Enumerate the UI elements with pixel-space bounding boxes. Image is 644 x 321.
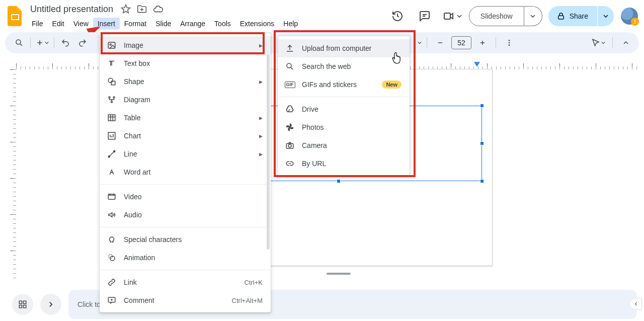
menu-shortcut: Ctrl+K bbox=[245, 279, 263, 286]
share-dropdown[interactable] bbox=[598, 6, 614, 26]
submenu-arrow-icon: ▸ bbox=[259, 150, 263, 158]
shape-icon bbox=[107, 76, 117, 87]
menu-file[interactable]: File bbox=[27, 18, 48, 30]
svg-point-14 bbox=[110, 44, 111, 45]
collapse-toolbar-icon[interactable] bbox=[618, 35, 634, 51]
more-options-icon[interactable] bbox=[501, 35, 517, 51]
insert-diagram[interactable]: Diagram bbox=[100, 91, 271, 109]
svg-point-23 bbox=[114, 150, 115, 152]
chevron-down-icon[interactable] bbox=[418, 41, 422, 45]
svg-point-18 bbox=[113, 97, 115, 98]
menu-arrange[interactable]: Arrange bbox=[176, 18, 210, 30]
slides-logo[interactable] bbox=[5, 6, 25, 26]
svg-point-6 bbox=[509, 40, 510, 41]
menu-shortcut: Ctrl+Alt+M bbox=[232, 297, 263, 304]
insert-from-photos[interactable]: Photos bbox=[278, 118, 410, 136]
insert-shape[interactable]: Shape ▸ bbox=[100, 72, 271, 91]
menu-label: Audio bbox=[124, 211, 263, 219]
svg-rect-13 bbox=[108, 42, 115, 48]
comment-icon bbox=[107, 295, 117, 305]
submenu-arrow-icon: ▸ bbox=[259, 41, 263, 49]
svg-rect-10 bbox=[24, 301, 26, 303]
insert-textbox[interactable]: Text box bbox=[100, 54, 271, 72]
menu-label: Animation bbox=[124, 254, 263, 262]
cloud-status-icon[interactable] bbox=[152, 4, 164, 15]
menu-label: Special characters bbox=[124, 235, 263, 244]
insert-video[interactable]: Video bbox=[100, 188, 271, 206]
svg-point-28 bbox=[287, 63, 291, 68]
insert-line[interactable]: Line ▸ bbox=[100, 145, 271, 163]
submenu-arrow-icon: ▸ bbox=[259, 114, 263, 122]
share-button[interactable]: Share bbox=[548, 6, 597, 26]
filmstrip-next-button[interactable] bbox=[40, 294, 61, 315]
url-icon bbox=[285, 158, 295, 169]
history-icon[interactable] bbox=[388, 7, 407, 25]
share-group: Share bbox=[548, 6, 614, 26]
menu-separator bbox=[100, 270, 271, 270]
redo-button[interactable] bbox=[74, 35, 91, 51]
menu-format[interactable]: Format bbox=[120, 18, 151, 30]
grid-view-button[interactable] bbox=[12, 294, 33, 315]
image-submenu: Upload from computer Search the web GIF … bbox=[278, 36, 410, 176]
chart-icon bbox=[107, 131, 117, 141]
menu-label: Video bbox=[124, 193, 263, 201]
gifs-and-stickers[interactable]: GIF GIFs and stickers New bbox=[278, 75, 410, 94]
slideshow-button[interactable]: Slideshow bbox=[469, 6, 524, 26]
insert-comment[interactable]: Comment Ctrl+Alt+M bbox=[100, 291, 271, 309]
slide-resize-handle[interactable] bbox=[327, 273, 351, 275]
ruler-indent-marker[interactable] bbox=[474, 62, 480, 67]
svg-point-17 bbox=[109, 97, 110, 98]
insert-chart[interactable]: Chart ▸ bbox=[100, 127, 271, 145]
svg-point-22 bbox=[108, 156, 110, 157]
wordart-icon bbox=[107, 167, 117, 177]
undo-button[interactable] bbox=[57, 35, 73, 51]
new-slide-button[interactable] bbox=[34, 35, 51, 51]
insert-from-drive[interactable]: Drive bbox=[278, 100, 410, 118]
svg-point-15 bbox=[108, 78, 113, 83]
insert-by-url[interactable]: By URL bbox=[278, 154, 410, 173]
insert-animation[interactable]: Animation bbox=[100, 249, 271, 267]
menu-tools[interactable]: Tools bbox=[210, 18, 235, 30]
svg-rect-20 bbox=[108, 115, 115, 121]
insert-image[interactable]: Image ▸ bbox=[100, 36, 271, 54]
explore-button[interactable] bbox=[630, 298, 642, 310]
insert-link[interactable]: Link Ctrl+K bbox=[100, 273, 271, 291]
menu-edit[interactable]: Edit bbox=[48, 18, 69, 30]
insert-special-characters[interactable]: Special characters bbox=[100, 230, 271, 249]
pointer-mode-icon[interactable] bbox=[589, 35, 607, 51]
menu-slide[interactable]: Slide bbox=[151, 18, 176, 30]
drive-icon bbox=[285, 104, 295, 114]
comments-icon[interactable] bbox=[416, 7, 434, 25]
menu-label: Table bbox=[124, 114, 252, 122]
insert-table[interactable]: Table ▸ bbox=[100, 109, 271, 127]
menu-label: Link bbox=[124, 278, 237, 286]
menubar: File Edit View Insert Format Slide Arran… bbox=[27, 17, 302, 30]
search-the-web[interactable]: Search the web bbox=[278, 57, 410, 75]
search-menus-icon[interactable] bbox=[11, 35, 27, 51]
upload-from-computer[interactable]: Upload from computer bbox=[278, 39, 410, 57]
search-icon bbox=[285, 61, 295, 71]
move-icon[interactable] bbox=[136, 4, 147, 15]
insert-from-camera[interactable]: Camera bbox=[278, 136, 410, 154]
svg-rect-11 bbox=[19, 305, 22, 308]
meet-button[interactable] bbox=[443, 10, 462, 22]
document-title[interactable]: Untitled presentation bbox=[28, 3, 115, 16]
menu-separator bbox=[100, 227, 271, 227]
menu-label: Photos bbox=[302, 123, 401, 131]
font-size-increase[interactable] bbox=[474, 35, 491, 51]
menu-help[interactable]: Help bbox=[279, 18, 302, 30]
slideshow-dropdown[interactable] bbox=[524, 6, 542, 26]
menu-extensions[interactable]: Extensions bbox=[235, 18, 279, 30]
star-icon[interactable] bbox=[120, 4, 131, 15]
account-avatar[interactable] bbox=[621, 8, 638, 25]
menu-separator bbox=[100, 184, 271, 185]
menu-insert[interactable]: Insert bbox=[93, 18, 120, 30]
svg-point-5 bbox=[16, 40, 21, 44]
insert-wordart[interactable]: Word art bbox=[100, 163, 271, 181]
font-size-input[interactable]: 52 bbox=[451, 36, 471, 49]
font-size-decrease[interactable] bbox=[432, 35, 448, 51]
svg-rect-16 bbox=[111, 81, 115, 85]
insert-audio[interactable]: Audio bbox=[100, 206, 271, 224]
menu-label: Shape bbox=[124, 77, 252, 86]
menu-view[interactable]: View bbox=[69, 18, 93, 30]
